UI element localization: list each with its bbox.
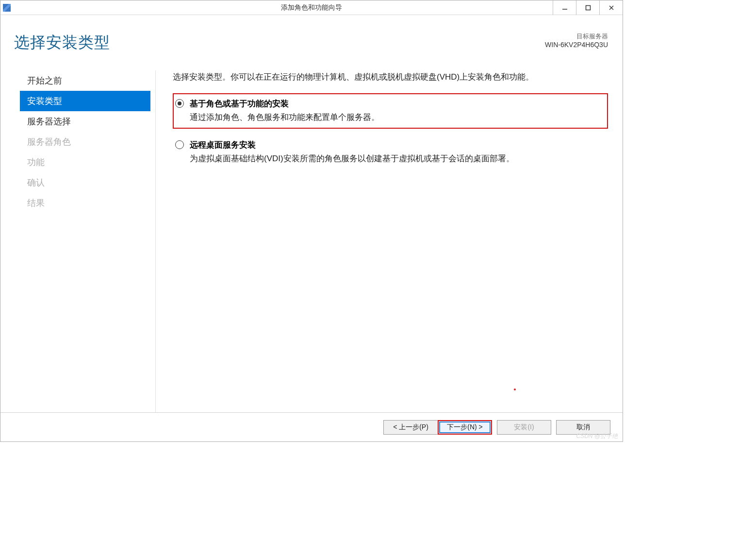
sidebar-item-server-roles: 服务器角色 <box>20 132 150 152</box>
body-section: 开始之前 安装类型 服务器选择 服务器角色 功能 确认 结果 选择安装类型。你可… <box>0 63 623 412</box>
watermark: CSDN @公子绝 <box>576 432 618 440</box>
window-title: 添加角色和功能向导 <box>281 3 342 12</box>
wizard-steps-sidebar: 开始之前 安装类型 服务器选择 服务器角色 功能 确认 结果 <box>0 70 156 412</box>
minimize-button[interactable] <box>553 0 576 15</box>
sidebar-item-confirmation: 确认 <box>20 172 150 193</box>
sidebar-item-installation-type[interactable]: 安装类型 <box>20 91 150 111</box>
sidebar-item-features: 功能 <box>20 152 150 172</box>
option-desc: 通过添加角色、角色服务和功能来配置单个服务器。 <box>190 111 606 124</box>
option-role-based-install[interactable]: 基于角色或基于功能的安装 通过添加角色、角色服务和功能来配置单个服务器。 <box>173 93 608 129</box>
page-title: 选择安装类型 <box>14 32 110 53</box>
option-remote-desktop-install[interactable]: 远程桌面服务安装 为虚拟桌面基础结构(VDI)安装所需的角色服务以创建基于虚拟机… <box>173 135 608 170</box>
sidebar-item-server-selection[interactable]: 服务器选择 <box>20 111 150 132</box>
annotation-dot <box>514 388 516 390</box>
footer-bar: < 上一步(P) 下一步(N) > 安装(I) 取消 <box>0 412 623 441</box>
option-title: 远程桌面服务安装 <box>190 139 606 151</box>
option-desc: 为虚拟桌面基础结构(VDI)安装所需的角色服务以创建基于虚拟机或基于会话的桌面部… <box>190 152 606 165</box>
nav-button-pair: < 上一步(P) 下一步(N) > <box>383 420 492 435</box>
main-panel: 选择安装类型。你可以在正在运行的物理计算机、虚拟机或脱机虚拟硬盘(VHD)上安装… <box>156 70 623 412</box>
header-section: 选择安装类型 目标服务器 WIN-6KV2P4H6Q3U <box>0 15 623 63</box>
maximize-button[interactable] <box>576 0 599 15</box>
radio-remote-desktop[interactable] <box>175 140 184 149</box>
radio-role-based[interactable] <box>175 99 184 108</box>
install-button: 安装(I) <box>497 420 551 435</box>
titlebar: 添加角色和功能向导 <box>0 0 623 15</box>
wizard-window: 添加角色和功能向导 选择安装类型 目标服务器 WIN-6KV2P4H6Q3U 开… <box>0 0 623 442</box>
sidebar-item-before-you-begin[interactable]: 开始之前 <box>20 70 150 91</box>
close-button[interactable] <box>599 0 623 15</box>
target-label: 目标服务器 <box>545 32 608 41</box>
next-button[interactable]: 下一步(N) > <box>438 420 492 435</box>
content-area: 选择安装类型 目标服务器 WIN-6KV2P4H6Q3U 开始之前 安装类型 服… <box>0 15 623 412</box>
target-server-name: WIN-6KV2P4H6Q3U <box>545 41 608 49</box>
window-controls <box>553 0 623 15</box>
app-icon <box>3 4 11 12</box>
svg-rect-1 <box>586 6 590 10</box>
target-info: 目标服务器 WIN-6KV2P4H6Q3U <box>545 32 608 49</box>
instruction-text: 选择安装类型。你可以在正在运行的物理计算机、虚拟机或脱机虚拟硬盘(VHD)上安装… <box>173 70 608 84</box>
option-title: 基于角色或基于功能的安装 <box>190 98 606 109</box>
sidebar-item-results: 结果 <box>20 193 150 213</box>
previous-button[interactable]: < 上一步(P) <box>383 420 438 435</box>
